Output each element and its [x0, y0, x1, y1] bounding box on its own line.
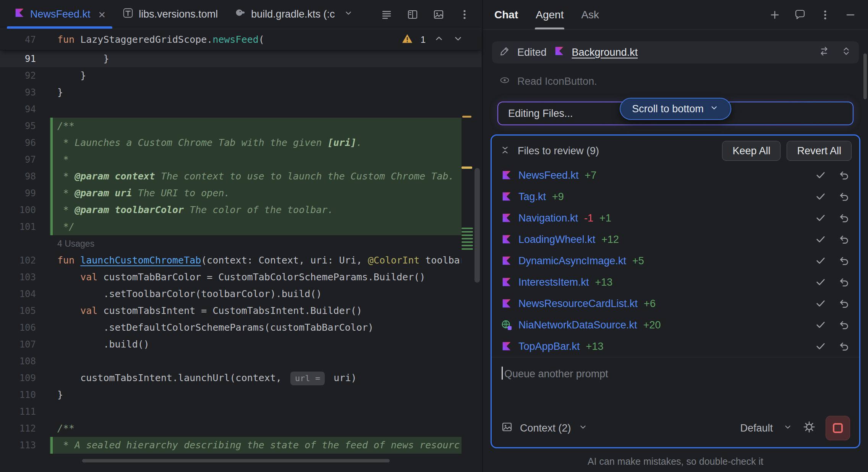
code-line[interactable]: 102fun launchCustomChromeTab(context: Co…	[0, 252, 481, 269]
change-stripe-mark[interactable]	[462, 231, 473, 233]
change-stripe-mark[interactable]	[462, 228, 473, 229]
prompt-input[interactable]: Queue another prompt	[492, 357, 859, 416]
code-line[interactable]: 96 * Launches a Custom Chrome Tab with t…	[0, 134, 481, 151]
settings-gear-icon[interactable]	[803, 420, 816, 436]
change-stripe-mark[interactable]	[462, 234, 473, 236]
change-stripe-mark[interactable]	[462, 238, 473, 239]
code-line[interactable]: 111	[0, 403, 481, 420]
revert-file-button[interactable]	[839, 191, 850, 202]
revert-file-button[interactable]	[839, 341, 850, 352]
attach-image-icon[interactable]	[501, 421, 513, 436]
tab-libs-versions-toml[interactable]: libs.versions.toml	[114, 0, 226, 29]
accept-file-button[interactable]	[815, 234, 826, 245]
code-line[interactable]: 112/**	[0, 420, 481, 437]
code-line[interactable]: 98 * @param context The context to use t…	[0, 168, 481, 185]
collapse-icon[interactable]	[499, 144, 511, 157]
file-review-row[interactable]: InterestsItem.kt+13	[492, 272, 859, 293]
accept-file-button[interactable]	[815, 170, 826, 181]
prev-warning-icon[interactable]	[433, 33, 445, 47]
change-stripe-mark[interactable]	[462, 245, 473, 246]
revert-file-button[interactable]	[839, 298, 850, 309]
accept-file-button[interactable]	[815, 341, 826, 352]
code-line[interactable]: 109 customTabsIntent.launchUrl(context, …	[0, 370, 481, 386]
code-line[interactable]: 110}	[0, 386, 481, 403]
change-stripe-mark[interactable]	[462, 241, 473, 243]
scroll-to-bottom-button[interactable]: Scroll to bottom	[620, 98, 731, 120]
accept-file-button[interactable]	[815, 191, 826, 202]
revert-file-button[interactable]	[839, 170, 850, 181]
line-number[interactable]: 104	[0, 286, 50, 302]
file-link[interactable]: DynamicAsyncImage.kt	[518, 255, 626, 267]
hide-panel-icon[interactable]	[844, 9, 857, 21]
revert-file-button[interactable]	[839, 255, 850, 267]
new-chat-icon[interactable]	[769, 9, 781, 21]
line-number[interactable]: 97	[0, 151, 50, 168]
code-line[interactable]: 104 .setToolbarColor(toolbarColor).build…	[0, 286, 481, 302]
line-number[interactable]: 107	[0, 336, 50, 353]
file-link[interactable]: NiaNetworkDataSource.kt	[518, 319, 637, 331]
line-number[interactable]: 99	[0, 185, 50, 202]
file-link[interactable]: Tag.kt	[518, 191, 546, 203]
line-number[interactable]: 92	[0, 67, 50, 84]
accept-file-button[interactable]	[815, 319, 826, 331]
line-number[interactable]: 109	[0, 370, 50, 386]
code-line[interactable]: 107 .build()	[0, 336, 481, 353]
line-number[interactable]: 100	[0, 202, 50, 218]
preview-image-icon[interactable]	[432, 8, 445, 21]
line-number[interactable]: 111	[0, 403, 50, 420]
read-file-event[interactable]: Read IconButton.	[491, 71, 860, 92]
code-line[interactable]: 106 .setDefaultColorSchemeParams(customT…	[0, 319, 481, 336]
code-line[interactable]: 108	[0, 353, 481, 370]
file-link[interactable]: NewsFeed.kt	[518, 170, 579, 181]
revert-file-button[interactable]	[839, 319, 850, 331]
warning-icon[interactable]	[402, 33, 413, 47]
file-review-row[interactable]: LoadingWheel.kt+12	[492, 229, 859, 250]
file-link[interactable]: Navigation.kt	[518, 212, 578, 224]
line-number[interactable]: 113	[0, 437, 50, 454]
chevron-down-icon[interactable]	[578, 422, 588, 435]
code-line[interactable]: 95/**	[0, 118, 481, 134]
file-link[interactable]: NewsResourceCardList.kt	[518, 298, 638, 310]
line-number[interactable]	[0, 235, 50, 252]
file-link[interactable]: TopAppBar.kt	[518, 341, 580, 352]
revert-all-button[interactable]: Revert All	[787, 141, 852, 161]
line-number[interactable]: 103	[0, 269, 50, 286]
close-tab-icon[interactable]: ×	[99, 8, 106, 21]
horizontal-scrollbar[interactable]	[82, 459, 390, 462]
tab-newsfeed-kt[interactable]: NewsFeed.kt ×	[5, 0, 114, 29]
accept-file-button[interactable]	[815, 276, 826, 288]
file-review-row[interactable]: NewsFeed.kt+7	[492, 165, 859, 186]
line-number[interactable]: 112	[0, 420, 50, 437]
file-review-row[interactable]: TopAppBar.kt+13	[492, 336, 859, 357]
usages-lens[interactable]: 4 Usages	[50, 235, 462, 252]
file-link[interactable]: InterestsItem.kt	[518, 276, 589, 288]
chat-scrollbar[interactable]	[863, 53, 867, 99]
edited-file-event[interactable]: Edited Background.kt	[492, 41, 859, 63]
file-link[interactable]: LoadingWheel.kt	[518, 234, 595, 246]
code-line[interactable]: 105 val customTabsIntent = CustomTabsInt…	[0, 302, 481, 319]
line-number[interactable]: 110	[0, 386, 50, 403]
file-review-row[interactable]: DynamicAsyncImage.kt+5	[492, 250, 859, 272]
code-line[interactable]: 94	[0, 101, 481, 118]
line-number[interactable]: 106	[0, 319, 50, 336]
accept-file-button[interactable]	[815, 255, 826, 267]
line-number[interactable]: 98	[0, 168, 50, 185]
accept-file-button[interactable]	[815, 298, 826, 309]
tab-build-gradle-kts[interactable]: build.gradle.kts (:c	[226, 0, 362, 29]
tab-agent[interactable]: Agent	[536, 0, 564, 29]
stop-button[interactable]	[826, 416, 850, 440]
code-line[interactable]: 101 */	[0, 218, 481, 235]
line-number[interactable]: 96	[0, 134, 50, 151]
file-review-row[interactable]: NiaNetworkDataSource.kt+20	[492, 314, 859, 336]
warning-stripe-mark[interactable]	[462, 116, 471, 118]
chevron-down-icon[interactable]	[783, 422, 793, 435]
revert-file-button[interactable]	[839, 212, 850, 224]
code-line[interactable]: 97 *	[0, 151, 481, 168]
expand-icon[interactable]	[840, 45, 852, 60]
code-line[interactable]: 100 * @param toolbarColor The color of t…	[0, 202, 481, 218]
line-number[interactable]: 91	[0, 50, 50, 67]
vertical-scrollbar[interactable]	[474, 168, 480, 283]
more-options-icon[interactable]	[819, 9, 831, 21]
revert-file-button[interactable]	[839, 276, 850, 288]
code-line[interactable]: 93}	[0, 84, 481, 101]
